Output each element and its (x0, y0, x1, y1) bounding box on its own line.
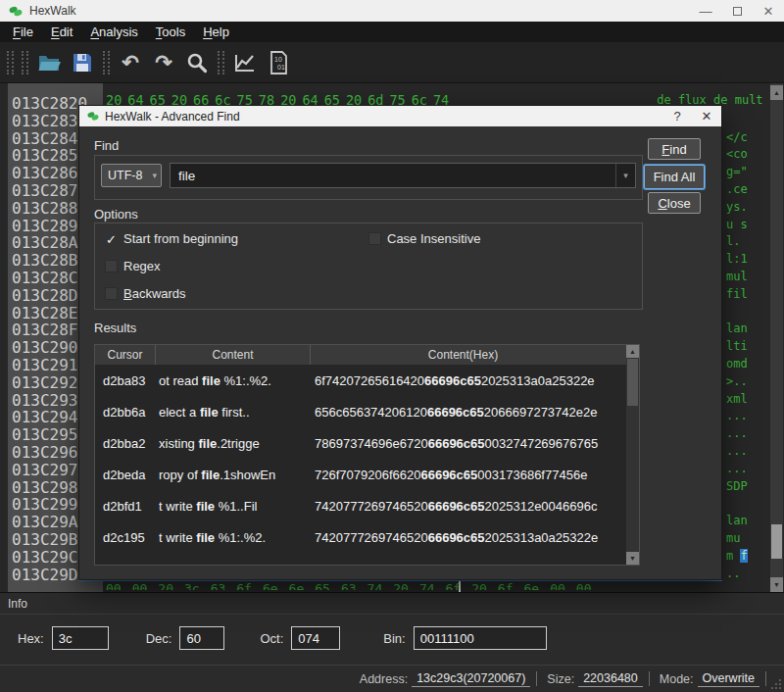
oct-label: Oct: (260, 631, 283, 646)
scrollbar-thumb[interactable] (627, 359, 638, 406)
column-header-cursor[interactable]: Cursor (95, 345, 156, 365)
results-table: CursorContentContent(Hex) d2ba83ot read … (94, 344, 640, 566)
address-value[interactable]: 13c29c3(20720067) (412, 670, 530, 687)
mode-label: Mode: (660, 672, 694, 686)
ascii-fragment: ... (726, 426, 748, 440)
menu-file[interactable]: File (4, 23, 42, 41)
result-cursor: d2ba83 (95, 373, 156, 388)
minimize-icon[interactable]: — (690, 0, 721, 22)
open-folder-icon (36, 51, 62, 74)
open-file-button[interactable] (34, 48, 64, 77)
oct-field[interactable]: 074 (291, 626, 340, 650)
ascii-fragment: >.. (726, 374, 748, 388)
checkbox-backwards[interactable]: Backwards (105, 286, 186, 301)
help-icon[interactable]: ? (662, 106, 692, 126)
bin-field[interactable]: 00111100 (414, 626, 547, 650)
toolbar-grip[interactable] (218, 51, 224, 74)
scroll-down-icon[interactable]: ▼ (626, 552, 639, 565)
size-label: Size: (547, 672, 574, 686)
ascii-fragment: ... (726, 409, 748, 422)
result-cursor: d2c195 (95, 530, 156, 545)
result-row[interactable]: d2bba2xisting file.2trigge78697374696e67… (95, 427, 626, 459)
hex-address: 013C2940 (12, 408, 87, 426)
charts-button[interactable] (230, 48, 260, 77)
results-header[interactable]: CursorContentContent(Hex) (95, 345, 626, 365)
checkbox-box[interactable] (105, 287, 118, 300)
search-button[interactable] (182, 48, 212, 77)
hex-byte: 00 (132, 581, 148, 590)
find-all-button[interactable]: Find All (644, 165, 705, 189)
dialog-titlebar[interactable]: HexWalk - Advanced Find ? ✕ (79, 106, 721, 126)
redo-button[interactable]: ↷ (149, 48, 178, 77)
toolbar-grip[interactable] (22, 51, 28, 74)
resize-grip[interactable] (770, 678, 782, 690)
toolbar-grip[interactable] (103, 51, 110, 74)
menu-analysis[interactable]: Analysis (81, 23, 146, 41)
result-row[interactable]: d2ba83ot read file %1:.%2.6f742072656164… (95, 365, 626, 396)
hex-address: 013C2910 (12, 356, 87, 374)
encoding-select[interactable]: UTF-8 ▾ (101, 164, 162, 187)
scroll-up-icon[interactable]: ▲ (626, 345, 639, 358)
undo-button[interactable]: ↶ (116, 48, 145, 77)
hex-address: 013C28A0 (12, 233, 87, 252)
result-cursor: d2bb6a (95, 405, 156, 420)
result-row[interactable]: d2bedaropy of file.1showEn726f7079206f66… (95, 459, 626, 490)
maximize-icon[interactable] (721, 0, 753, 22)
hex-address: 013C2950 (12, 425, 87, 444)
menu-tools[interactable]: Tools (147, 23, 194, 41)
close-button[interactable]: Close (648, 192, 701, 214)
hex-address: 013C2960 (12, 443, 87, 462)
column-header-content[interactable]: Content (156, 345, 311, 365)
window-controls: — ✕ (690, 0, 784, 22)
hex-field[interactable]: 3c (52, 626, 109, 650)
results-scrollbar[interactable]: ▲ ▼ (626, 345, 639, 565)
toolbar: ↶ ↷ 10 01 (0, 42, 784, 83)
find-button[interactable]: Find (648, 138, 701, 160)
checkbox-box[interactable] (368, 232, 381, 245)
hex-address: 013C2930 (12, 391, 87, 410)
menu-help[interactable]: Help (194, 23, 238, 41)
binary-analysis-button[interactable]: 10 01 (264, 48, 293, 77)
checkbox-start-from-beginning[interactable]: ✓Start from beginning (105, 231, 238, 246)
ascii-fragment: mu (726, 531, 740, 545)
dec-field[interactable]: 60 (179, 626, 224, 650)
ascii-fragment: mul (726, 270, 748, 283)
result-content-hex: 78697374696e672066696c650032747269676765 (311, 436, 615, 451)
hex-address: 013C29A0 (12, 513, 87, 531)
selected-char[interactable]: f (740, 549, 747, 563)
menu-edit[interactable]: Edit (42, 23, 81, 41)
scroll-up-icon[interactable]: ▲ (770, 85, 783, 100)
ascii-fragment: .ce (726, 182, 748, 196)
result-row[interactable]: d2c195t write file %1:.%2.74207772697465… (95, 521, 626, 553)
result-cursor: d2c61d (95, 562, 156, 567)
column-header-content-hex-[interactable]: Content(Hex) (311, 345, 615, 365)
checkbox-case-insensitive[interactable]: Case Insensitive (368, 231, 480, 246)
search-input[interactable]: file ▾ (170, 163, 636, 188)
size-value[interactable]: 22036480 (578, 670, 643, 687)
hex-address: 013C28B0 (12, 251, 87, 270)
menubar: FileEditAnalysisToolsHelp (0, 22, 784, 42)
checkmark-icon[interactable]: ✓ (105, 232, 118, 245)
ascii-fragment: </c (726, 130, 748, 144)
ascii-fragment: ... (726, 444, 748, 458)
search-icon (185, 51, 209, 74)
result-row[interactable]: d2bfd1t write file %1..Fil74207772697465… (95, 490, 626, 521)
toolbar-grip[interactable] (7, 51, 14, 74)
query-dropdown-button[interactable]: ▾ (615, 164, 635, 187)
checkbox-regex[interactable]: Regex (105, 259, 161, 273)
save-file-button[interactable] (68, 48, 97, 77)
result-row[interactable]: d2bb6aelect a file first..656c6563742061… (95, 396, 626, 427)
close-icon[interactable]: ✕ (753, 0, 784, 22)
dialog-close-icon[interactable]: ✕ (692, 106, 721, 126)
chevron-down-icon: ▾ (623, 171, 628, 180)
mode-value[interactable]: Overwrite (698, 670, 760, 687)
main-scrollbar[interactable]: ▲ ▼ (770, 83, 783, 592)
result-content: ot read file %1:.%2. (156, 373, 311, 388)
scrollbar-thumb[interactable] (771, 524, 782, 559)
redo-icon: ↷ (155, 52, 172, 73)
hex-address: 013C28C0 (12, 269, 87, 287)
checkbox-box[interactable] (105, 260, 118, 272)
result-row[interactable]: d2c61dt. to open file.742e746f206f70656e… (95, 553, 626, 566)
scroll-down-icon[interactable]: ▼ (770, 577, 783, 592)
hex-byte: 63 (211, 581, 226, 590)
